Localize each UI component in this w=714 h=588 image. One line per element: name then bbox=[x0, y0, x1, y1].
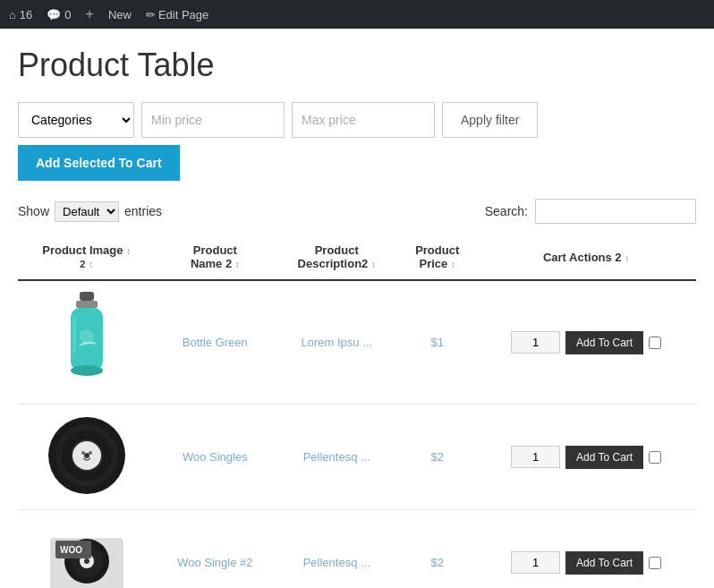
product-name-cell: Woo Single #2 bbox=[155, 510, 275, 589]
svg-text:WOO: WOO bbox=[60, 545, 82, 555]
sort-arrow-desc[interactable]: ↕ bbox=[371, 260, 376, 269]
svg-point-5 bbox=[80, 329, 94, 344]
svg-rect-0 bbox=[80, 292, 94, 301]
admin-bar-plus[interactable]: + bbox=[86, 6, 94, 22]
product-name-cell: Bottle Green bbox=[155, 280, 275, 405]
product-desc-cell: Pellentesq ... bbox=[275, 510, 398, 589]
product-table-body: Bottle Green Lorem Ipsu ... $1 Add To Ca… bbox=[18, 280, 696, 588]
search-input[interactable] bbox=[535, 199, 696, 224]
admin-bar-new-button[interactable]: New bbox=[108, 8, 132, 21]
table-header: Product Image ↕ 2 ↕ Product Name 2 ↕ Pro… bbox=[18, 234, 696, 280]
filter-bar: Categories Apply filter Add Selected To … bbox=[18, 102, 696, 181]
add-to-cart-button-3[interactable]: Add To Cart bbox=[565, 551, 643, 575]
sort-arrow-image[interactable]: ↕ bbox=[126, 246, 131, 256]
table-controls: Show Default 10 25 50 100 entries Search… bbox=[18, 199, 696, 224]
product-cart-cell: Add To Cart bbox=[476, 510, 696, 589]
apply-filter-button[interactable]: Apply filter bbox=[442, 102, 538, 138]
bottle-image bbox=[60, 292, 114, 390]
col-header-name: Product Name 2 ↕ bbox=[155, 234, 275, 280]
sort-arrow-price[interactable]: ↕ bbox=[451, 260, 455, 269]
product-table: Product Image ↕ 2 ↕ Product Name 2 ↕ Pro… bbox=[18, 234, 696, 588]
wp-logo-icon: ⌂ bbox=[9, 8, 16, 21]
comment-icon: 💬 bbox=[47, 8, 61, 21]
woo-box-image: WOO bbox=[47, 521, 127, 588]
admin-bar-count[interactable]: ⌂ 16 bbox=[9, 8, 32, 21]
page-content: Product Table Categories Apply filter Ad… bbox=[0, 29, 714, 588]
search-bar: Search: bbox=[485, 199, 696, 224]
product-price-cell: $1 bbox=[398, 280, 476, 405]
svg-rect-1 bbox=[76, 301, 98, 308]
admin-bar: ⌂ 16 💬 0 + New ✏ Edit Page bbox=[0, 0, 714, 29]
admin-bar-edit-button[interactable]: ✏ Edit Page bbox=[146, 8, 208, 21]
categories-select[interactable]: Categories bbox=[18, 102, 134, 138]
svg-point-4 bbox=[71, 365, 103, 376]
row-checkbox-1[interactable] bbox=[649, 337, 661, 349]
table-row: WOO Woo Single #2 Pellentesq ... $2 Add … bbox=[18, 510, 696, 589]
product-image-cell: WOO bbox=[18, 510, 155, 589]
min-price-input[interactable] bbox=[141, 102, 285, 138]
entries-label: entries bbox=[124, 204, 162, 218]
entries-per-page-select[interactable]: Default 10 25 50 100 bbox=[55, 201, 119, 222]
show-label: Show bbox=[18, 204, 49, 218]
col-header-cart: Cart Actions 2 ↕ bbox=[476, 234, 696, 280]
col-header-image: Product Image ↕ 2 ↕ bbox=[18, 234, 155, 280]
table-row: Bottle Green Lorem Ipsu ... $1 Add To Ca… bbox=[18, 280, 696, 405]
sort-arrow-name[interactable]: ↕ bbox=[235, 260, 240, 269]
product-desc-cell: Pellentesq ... bbox=[275, 405, 398, 510]
vinyl-image bbox=[47, 415, 127, 496]
product-image-cell bbox=[18, 280, 155, 405]
product-price-cell: $2 bbox=[398, 510, 476, 589]
svg-rect-3 bbox=[72, 317, 76, 353]
product-image-cell bbox=[18, 405, 155, 510]
product-name-cell: Woo Singles bbox=[155, 405, 275, 510]
add-to-cart-button-2[interactable]: Add To Cart bbox=[565, 446, 643, 469]
svg-point-14 bbox=[81, 451, 85, 455]
table-row: Woo Singles Pellentesq ... $2 Add To Car… bbox=[18, 405, 696, 510]
col-header-price: Product Price ↕ bbox=[398, 234, 476, 280]
add-to-cart-button-1[interactable]: Add To Cart bbox=[565, 331, 643, 354]
svg-point-13 bbox=[84, 453, 89, 458]
admin-bar-comments[interactable]: 💬 0 bbox=[47, 8, 71, 21]
row-checkbox-3[interactable] bbox=[649, 557, 661, 569]
qty-input-2[interactable] bbox=[511, 446, 560, 468]
qty-input-1[interactable] bbox=[511, 331, 560, 354]
svg-point-21 bbox=[84, 558, 89, 564]
search-label: Search: bbox=[485, 204, 528, 218]
col-header-description: Product Description2 ↕ bbox=[275, 234, 398, 280]
svg-point-15 bbox=[89, 451, 92, 455]
row-checkbox-2[interactable] bbox=[649, 451, 661, 464]
product-cart-cell: Add To Cart bbox=[476, 405, 696, 510]
product-cart-cell: Add To Cart bbox=[476, 280, 696, 405]
max-price-input[interactable] bbox=[292, 102, 435, 138]
sort-arrow-cart[interactable]: ↕ bbox=[625, 253, 629, 263]
pencil-icon: ✏ bbox=[146, 8, 156, 21]
product-price-cell: $2 bbox=[398, 405, 476, 510]
qty-input-3[interactable] bbox=[511, 551, 560, 574]
add-selected-to-cart-button[interactable]: Add Selected To Cart bbox=[18, 145, 180, 181]
page-title: Product Table bbox=[18, 47, 696, 84]
show-entries-control: Show Default 10 25 50 100 entries bbox=[18, 201, 162, 222]
product-desc-cell: Lorem Ipsu ... bbox=[275, 280, 398, 405]
